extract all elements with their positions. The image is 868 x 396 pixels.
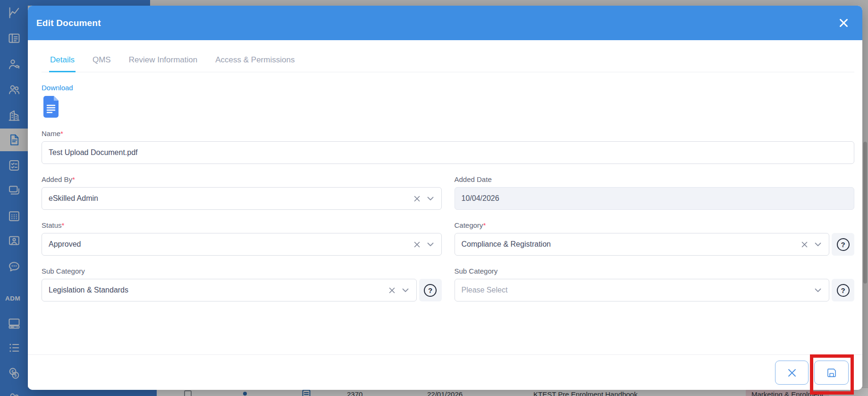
save-floppy-icon <box>826 367 838 379</box>
added-date-value: 10/04/2026 <box>462 194 499 203</box>
modal-footer <box>28 354 862 390</box>
sub-category-left-label: Sub Category <box>42 267 442 275</box>
sub-category-right-placeholder: Please Select <box>462 286 815 294</box>
added-by-label-text: Added By <box>42 175 72 183</box>
added-date-label: Added Date <box>455 175 855 183</box>
sub-category-right-label: Sub Category <box>455 267 855 275</box>
tab-access-permissions[interactable]: Access & Permissions <box>214 50 295 72</box>
cancel-x-icon <box>787 368 797 378</box>
close-icon <box>839 18 848 27</box>
close-button[interactable] <box>839 18 848 27</box>
clear-icon[interactable] <box>414 196 420 202</box>
chevron-down-icon[interactable] <box>402 288 409 293</box>
category-label-text: Category <box>455 221 483 229</box>
modal-title: Edit Document <box>36 18 101 28</box>
name-input[interactable] <box>42 141 854 164</box>
chevron-down-icon[interactable] <box>815 288 821 293</box>
required-asterisk: * <box>60 129 63 138</box>
tab-qms[interactable]: QMS <box>92 50 112 72</box>
category-select[interactable]: Compliance & Registration <box>455 233 830 256</box>
sub-category-left-value: Legislation & Standards <box>49 286 389 294</box>
chevron-down-icon[interactable] <box>427 242 434 247</box>
sub-category-right-select[interactable]: Please Select <box>455 279 830 301</box>
added-by-select[interactable]: eSkilled Admin <box>42 187 442 210</box>
name-label-text: Name <box>42 129 60 138</box>
category-help-button[interactable]: ? <box>832 233 854 256</box>
question-mark-icon: ? <box>424 284 437 297</box>
chevron-down-icon[interactable] <box>427 197 434 201</box>
sub-category-right-help-button[interactable]: ? <box>832 279 854 301</box>
status-select[interactable]: Approved <box>42 233 442 256</box>
cancel-button[interactable] <box>775 361 809 385</box>
added-date-input: 10/04/2026 <box>455 187 855 210</box>
tab-review-information[interactable]: Review Information <box>128 50 199 72</box>
question-mark-icon: ? <box>837 238 850 251</box>
status-label: Status* <box>42 221 442 229</box>
modal-header: Edit Document <box>28 6 862 40</box>
clear-icon[interactable] <box>414 241 420 248</box>
added-by-value: eSkilled Admin <box>49 194 414 203</box>
chevron-down-icon[interactable] <box>815 242 821 247</box>
clear-icon[interactable] <box>801 241 808 248</box>
sub-category-left-select[interactable]: Legislation & Standards <box>42 279 417 301</box>
required-asterisk: * <box>483 221 486 229</box>
category-value: Compliance & Registration <box>462 240 802 249</box>
category-label: Category* <box>455 221 855 229</box>
save-button[interactable] <box>814 361 849 385</box>
file-preview-icon[interactable] <box>42 95 60 118</box>
status-value: Approved <box>49 240 414 249</box>
clear-icon[interactable] <box>389 287 395 293</box>
tab-bar: Details QMS Review Information Access & … <box>42 50 854 72</box>
download-link[interactable]: Download <box>42 84 73 92</box>
modal-body: Details QMS Review Information Access & … <box>28 50 862 301</box>
tab-details[interactable]: Details <box>49 50 76 72</box>
required-asterisk: * <box>72 175 75 183</box>
status-label-text: Status <box>42 221 62 229</box>
question-mark-icon: ? <box>837 284 850 297</box>
added-by-label: Added By* <box>42 175 442 183</box>
sub-category-left-help-button[interactable]: ? <box>419 279 442 301</box>
edit-document-modal: Edit Document Details QMS Review Informa… <box>28 6 862 390</box>
required-asterisk: * <box>62 221 65 229</box>
name-label: Name* <box>42 129 854 138</box>
form-grid: Added By* eSkilled Admin Added Date 10/0… <box>42 164 854 301</box>
